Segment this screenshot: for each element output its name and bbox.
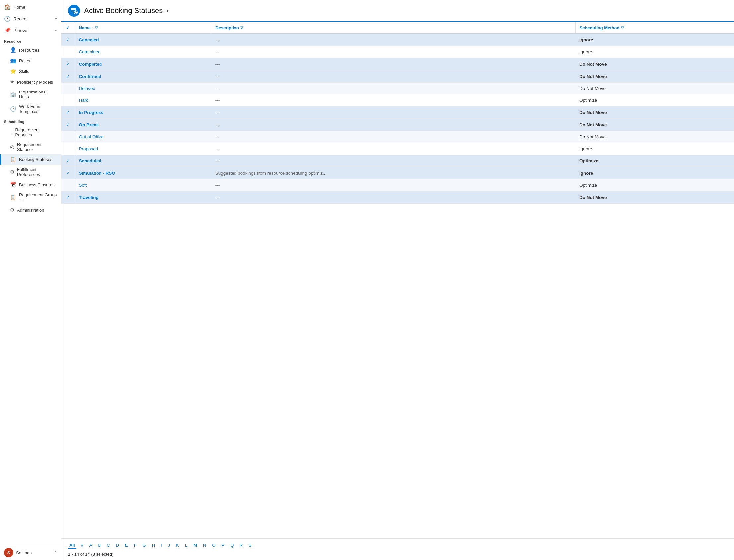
row-check-cell[interactable]: [61, 83, 75, 94]
recent-icon: 🕐: [4, 16, 11, 22]
alpha-nav-item[interactable]: Q: [229, 542, 235, 549]
alpha-nav-item[interactable]: S: [247, 542, 253, 549]
row-name[interactable]: Confirmed: [75, 70, 211, 83]
row-check-cell[interactable]: [61, 143, 75, 155]
alpha-nav-item[interactable]: M: [192, 542, 198, 549]
table-row: ✓Canceled---Ignore: [61, 34, 734, 46]
row-name[interactable]: Completed: [75, 58, 211, 70]
row-check-cell[interactable]: ✓: [61, 106, 75, 119]
sidebar-item-requirement-statuses[interactable]: ◎ Requirement Statuses: [0, 140, 61, 154]
select-all-checkbox[interactable]: ✓: [66, 25, 70, 30]
row-method: Do Not Move: [576, 106, 734, 119]
table-row: ✓Completed---Do Not Move: [61, 58, 734, 70]
alpha-nav-item[interactable]: K: [175, 542, 180, 549]
row-name[interactable]: Delayed: [75, 83, 211, 94]
alpha-nav-item[interactable]: G: [141, 542, 147, 549]
sidebar-settings[interactable]: S Settings ⌃: [0, 545, 61, 560]
sidebar-item-requirement-priorities[interactable]: ↓ Requirement Priorities: [0, 125, 61, 140]
col-scheduling-method[interactable]: Scheduling Method ▽: [576, 22, 734, 34]
row-check-cell[interactable]: [61, 131, 75, 143]
sidebar-item-home[interactable]: 🏠 Home: [0, 1, 61, 13]
sidebar-item-booking-statuses[interactable]: 📋 Booking Statuses: [0, 154, 61, 165]
row-name[interactable]: Out of Office: [75, 131, 211, 143]
row-check-cell[interactable]: [61, 46, 75, 58]
alpha-nav-item[interactable]: N: [202, 542, 207, 549]
row-name[interactable]: Scheduled: [75, 155, 211, 167]
table-row: ✓Traveling---Do Not Move: [61, 191, 734, 204]
sidebar-item-fulfillment-label: Fulfillment Preferences: [17, 167, 57, 177]
app-icon: [68, 5, 80, 17]
row-check-cell[interactable]: ✓: [61, 167, 75, 179]
sidebar-item-fulfillment-preferences[interactable]: ⚙ Fulfillment Preferences: [0, 165, 61, 179]
alpha-nav-item[interactable]: D: [115, 542, 120, 549]
req-priorities-icon: ↓: [10, 130, 13, 135]
sidebar-item-pinned[interactable]: 📌 Pinned ▾: [0, 25, 61, 36]
alpha-nav-item[interactable]: R: [238, 542, 244, 549]
alpha-nav-item[interactable]: P: [220, 542, 226, 549]
sidebar-item-requirement-group[interactable]: 📋 Requirement Group ...: [0, 190, 61, 205]
alpha-nav-item[interactable]: #: [80, 542, 85, 549]
sidebar-item-recent[interactable]: 🕐 Recent ▾: [0, 13, 61, 25]
name-filter-icon[interactable]: ▽: [95, 26, 97, 30]
skills-icon: ⭐: [10, 68, 16, 74]
alpha-nav-item[interactable]: H: [151, 542, 156, 549]
method-filter-icon[interactable]: ▽: [621, 26, 624, 30]
row-check-cell[interactable]: [61, 179, 75, 191]
row-method: Do Not Move: [576, 131, 734, 143]
row-check-cell[interactable]: [61, 94, 75, 106]
row-method: Do Not Move: [576, 58, 734, 70]
alpha-nav-item[interactable]: C: [105, 542, 111, 549]
sidebar: 🏠 Home 🕐 Recent ▾ 📌 Pinned ▾ Resource 👤 …: [0, 0, 61, 560]
row-name[interactable]: Proposed: [75, 143, 211, 155]
booking-statuses-table: ✓ Name ↑ ▽ Description ▽: [61, 22, 734, 204]
row-description: ---: [211, 179, 576, 191]
row-name[interactable]: Simulation - RSO: [75, 167, 211, 179]
alpha-nav-item[interactable]: A: [88, 542, 93, 549]
sidebar-item-administration[interactable]: ⚙ Administration: [0, 205, 61, 215]
row-check-cell[interactable]: ✓: [61, 191, 75, 204]
row-checkmark: ✓: [66, 158, 70, 163]
row-method: Do Not Move: [576, 83, 734, 94]
sidebar-item-work-hours-templates[interactable]: 🕐 Work Hours Templates: [0, 102, 61, 116]
sidebar-item-skills[interactable]: ⭐ Skills: [0, 66, 61, 77]
table-row: ✓Scheduled---Optimize: [61, 155, 734, 167]
row-check-cell[interactable]: ✓: [61, 155, 75, 167]
sidebar-item-roles[interactable]: 👥 Roles: [0, 55, 61, 66]
sidebar-item-proficiency-models[interactable]: ★ Proficiency Models: [0, 77, 61, 87]
col-check[interactable]: ✓: [61, 22, 75, 34]
name-sort-icon[interactable]: ↑: [92, 26, 94, 30]
desc-filter-icon[interactable]: ▽: [240, 26, 243, 30]
row-name[interactable]: Soft: [75, 179, 211, 191]
alpha-nav-item[interactable]: L: [184, 542, 189, 549]
alpha-nav-item[interactable]: J: [167, 542, 172, 549]
row-check-cell[interactable]: ✓: [61, 70, 75, 83]
alpha-nav-item[interactable]: All: [68, 542, 76, 549]
table-container: ✓ Name ↑ ▽ Description ▽: [61, 22, 734, 538]
svg-rect-1: [71, 9, 76, 10]
alpha-nav-item[interactable]: B: [97, 542, 102, 549]
sidebar-item-org-units-label: Organizational Units: [19, 90, 57, 99]
alpha-nav-item[interactable]: I: [159, 542, 163, 549]
row-name[interactable]: Hard: [75, 94, 211, 106]
table-row: Delayed---Do Not Move: [61, 83, 734, 94]
alpha-nav-item[interactable]: F: [133, 542, 138, 549]
sidebar-item-resources[interactable]: 👤 Resources: [0, 45, 61, 55]
row-name[interactable]: In Progress: [75, 106, 211, 119]
col-name[interactable]: Name ↑ ▽: [75, 22, 211, 34]
svg-rect-5: [75, 12, 77, 13]
title-dropdown-icon[interactable]: ▾: [166, 8, 169, 13]
row-check-cell[interactable]: ✓: [61, 58, 75, 70]
alpha-nav-item[interactable]: E: [124, 542, 129, 549]
alpha-nav-item[interactable]: O: [211, 542, 216, 549]
row-check-cell[interactable]: ✓: [61, 119, 75, 131]
row-name[interactable]: Committed: [75, 46, 211, 58]
sidebar-item-organizational-units[interactable]: 🏢 Organizational Units: [0, 87, 61, 102]
row-description: ---: [211, 83, 576, 94]
sidebar-item-business-closures[interactable]: 📅 Business Closures: [0, 179, 61, 190]
row-name[interactable]: Traveling: [75, 191, 211, 204]
row-description: ---: [211, 70, 576, 83]
row-name[interactable]: On Break: [75, 119, 211, 131]
row-check-cell[interactable]: ✓: [61, 34, 75, 46]
row-name[interactable]: Canceled: [75, 34, 211, 46]
col-description[interactable]: Description ▽: [211, 22, 576, 34]
